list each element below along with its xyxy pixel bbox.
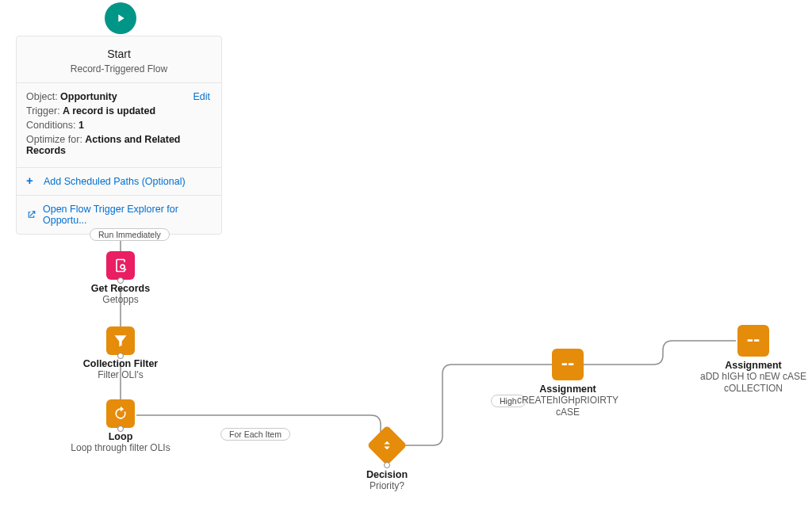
start-subtitle: Record-Triggered Flow [25, 63, 213, 74]
object-label: Object: [26, 91, 58, 102]
assignment-icon [552, 349, 584, 380]
get-records-sub: Getopps [57, 294, 184, 306]
get-records-icon [106, 251, 135, 280]
assignment-create-case-node[interactable]: Assignment cREATEhIGHpRIOIRTY cASE [504, 349, 631, 418]
decision-node[interactable]: Decision Priority? [331, 431, 442, 491]
add-scheduled-paths-label: Add Scheduled Paths (Optional) [44, 176, 186, 187]
assignment2-title: Assignment [690, 360, 812, 371]
collection-filter-node[interactable]: Collection Filter Filter OLI's [57, 326, 184, 381]
decision-title: Decision [331, 469, 442, 480]
edit-link[interactable]: Edit [193, 91, 210, 102]
loop-icon [106, 399, 135, 428]
start-card: Start Record-Triggered Flow Edit Object:… [16, 36, 222, 235]
collection-filter-sub: Filter OLI's [57, 369, 184, 381]
optimize-label: Optimize for: [26, 134, 82, 145]
get-records-node[interactable]: Get Records Getopps [57, 251, 184, 306]
start-title: Start [25, 48, 213, 60]
run-immediately-label: Run Immediately [90, 228, 170, 241]
plus-icon: + [26, 176, 37, 187]
decision-icon [367, 426, 408, 466]
get-records-title: Get Records [57, 283, 184, 294]
assignment1-title: Assignment [504, 384, 631, 395]
assignment1-sub: cREATEhIGHpRIOIRTY cASE [504, 395, 631, 418]
add-scheduled-paths-link[interactable]: + Add Scheduled Paths (Optional) [17, 167, 221, 195]
collection-filter-title: Collection Filter [57, 358, 184, 369]
loop-node[interactable]: Loop Loop through filter OLIs [57, 399, 184, 454]
decision-sub: Priority? [331, 480, 442, 491]
object-value: Opportunity [60, 91, 117, 102]
start-play-icon[interactable] [105, 2, 136, 34]
filter-icon [106, 326, 135, 355]
conditions-value: 1 [79, 120, 84, 131]
assignment-icon [737, 325, 769, 357]
conditions-label: Conditions: [26, 120, 76, 131]
trigger-value: A record is updated [63, 105, 155, 116]
for-each-item-label: For Each Item [220, 428, 290, 441]
external-link-icon [26, 209, 36, 220]
loop-title: Loop [57, 431, 184, 442]
assignment2-sub: aDD hIGH tO nEW cASE cOLLECTION [690, 371, 812, 395]
open-flow-trigger-explorer-label: Open Flow Trigger Explorer for Opportu..… [43, 204, 212, 226]
trigger-label: Trigger: [26, 105, 60, 116]
assignment-add-to-collection-node[interactable]: Assignment aDD hIGH tO nEW cASE cOLLECTI… [690, 325, 812, 395]
loop-sub: Loop through filter OLIs [57, 442, 184, 454]
